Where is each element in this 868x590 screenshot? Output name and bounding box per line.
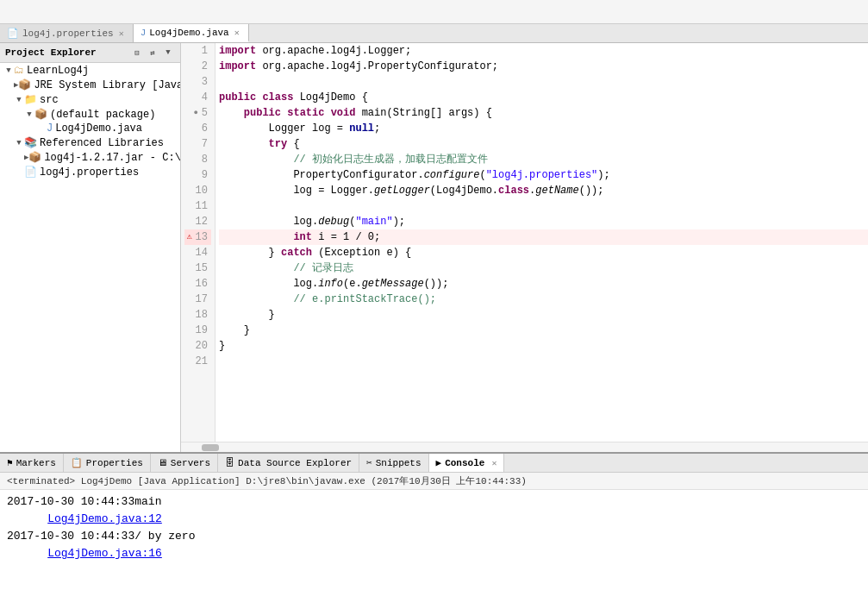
- line-num-17: 17: [184, 292, 211, 307]
- console-text-indent: [21, 547, 47, 560]
- tree-label: (default package): [50, 109, 155, 121]
- code-line-15: // 记录日志: [219, 260, 868, 276]
- jar-icon: 📦: [28, 151, 41, 164]
- code-line-8: // 初始化日志生成器，加载日志配置文件: [219, 152, 868, 167]
- console-link-2[interactable]: Log4jDemo.java:16: [47, 547, 162, 560]
- code-line-2: import org.apache.log4j.PropertyConfigur…: [219, 59, 868, 74]
- line-num-10: 10: [184, 183, 211, 198]
- tree-item-log4jdemo[interactable]: J Log4jDemo.java: [0, 122, 180, 135]
- line-num-5: ●5: [184, 105, 211, 121]
- tab-log4jdemo-java[interactable]: J Log4jDemo.java ✕: [134, 24, 249, 42]
- tab-label: log4j.properties: [22, 28, 114, 39]
- line-num-8: 8: [184, 152, 211, 167]
- code-line-4: public class Log4jDemo {: [219, 90, 868, 105]
- console-header: <terminated> Log4jDemo [Java Application…: [0, 473, 868, 490]
- code-text-area[interactable]: import org.apache.log4j.Logger; import o…: [215, 43, 868, 442]
- project-explorer-title: Project Explorer: [5, 47, 97, 58]
- code-line-10: log = Logger.getLogger(Log4jDemo.class.g…: [219, 183, 868, 198]
- code-line-13: int i = 1 / 0;: [219, 229, 868, 245]
- tab-label: Markers: [16, 458, 56, 468]
- view-menu-button[interactable]: ▼: [161, 46, 175, 60]
- line-num-2: 2: [184, 59, 211, 74]
- tab-console[interactable]: ▶ Console ✕: [429, 454, 505, 472]
- code-line-7: try {: [219, 136, 868, 152]
- tab-properties[interactable]: 📋 Properties: [64, 454, 151, 472]
- tree-item-ref-libs[interactable]: ▼ 📚 Referenced Libraries: [0, 135, 180, 150]
- console-text: 2017-10-30 10:44:33main: [7, 495, 161, 508]
- project-explorer-header: Project Explorer ⊟ ⇄ ▼: [0, 43, 180, 63]
- tab-label: Servers: [171, 458, 210, 468]
- tree-item-default-package[interactable]: ▼ 📦 (default package): [0, 107, 180, 122]
- line-num-16: 16: [184, 276, 211, 292]
- tab-snippets[interactable]: ✂ Snippets: [359, 454, 428, 472]
- hscroll-thumb[interactable]: [202, 444, 219, 451]
- console-header-text: <terminated> Log4jDemo [Java Application…: [7, 476, 527, 486]
- collapse-all-button[interactable]: ⊟: [130, 46, 144, 60]
- java-file-icon: J: [47, 122, 53, 135]
- line-num-11: 11: [184, 198, 211, 214]
- editor-hscrollbar[interactable]: [181, 442, 868, 452]
- line-num-7: 7: [184, 136, 211, 152]
- arrow-icon: ▼: [24, 110, 34, 119]
- console-line-1: 2017-10-30 10:44:33main: [7, 493, 861, 511]
- src-folder-icon: 📁: [24, 93, 37, 106]
- line-numbers-gutter: 1 2 3 4 ●5 6 7 8 9 10 11 12 ⚠13 14 15 16…: [181, 43, 215, 442]
- arrow-icon: ▼: [14, 96, 24, 104]
- tab-label: Data Source Explorer: [238, 458, 352, 468]
- console-icon: ▶: [436, 457, 442, 468]
- tab-log4j-properties[interactable]: 📄 log4j.properties ✕: [0, 24, 134, 42]
- line-num-1: 1: [184, 43, 211, 59]
- project-explorer-panel: Project Explorer ⊟ ⇄ ▼ ▼ 🗂 LearnLog4j ▶ …: [0, 43, 181, 452]
- tree-item-learnlog4j[interactable]: ▼ 🗂 LearnLog4j: [0, 63, 180, 78]
- arrow-icon: ▼: [3, 66, 14, 75]
- tree-item-jre[interactable]: ▶ 📦 JRE System Library [Java...: [0, 78, 180, 92]
- line-num-12: 12: [184, 214, 211, 229]
- code-line-5: public static void main(String[] args) {: [219, 105, 868, 121]
- tab-file-icon: 📄: [7, 28, 19, 39]
- tab-markers[interactable]: ⚑ Markers: [0, 454, 64, 472]
- tab-label: Snippets: [376, 458, 422, 468]
- project-icon: 🗂: [14, 64, 24, 77]
- console-body[interactable]: 2017-10-30 10:44:33main Log4jDemo.java:1…: [0, 490, 868, 590]
- tab-label: Properties: [86, 458, 143, 468]
- main-area: Project Explorer ⊟ ⇄ ▼ ▼ 🗂 LearnLog4j ▶ …: [0, 43, 868, 452]
- line-num-15: 15: [184, 260, 211, 276]
- code-content-area: 1 2 3 4 ●5 6 7 8 9 10 11 12 ⚠13 14 15 16…: [181, 43, 868, 442]
- tree-item-src[interactable]: ▼ 📁 src: [0, 92, 180, 107]
- tab-datasource[interactable]: 🗄 Data Source Explorer: [218, 454, 359, 472]
- line-num-14: 14: [184, 245, 211, 260]
- code-line-17: // e.printStackTrace();: [219, 292, 868, 307]
- line-num-20: 20: [184, 338, 211, 354]
- line-num-3: 3: [184, 74, 211, 90]
- tab-servers[interactable]: 🖥 Servers: [151, 454, 218, 472]
- line-num-4: 4: [184, 90, 211, 105]
- arrow-icon: ▼: [14, 139, 24, 148]
- console-line-2: Log4jDemo.java:12: [7, 511, 861, 528]
- code-line-12: log.debug("main");: [219, 214, 868, 229]
- tree-item-log4jprops[interactable]: 📄 log4j.properties: [0, 165, 180, 179]
- code-line-6: Logger log = null;: [219, 121, 868, 136]
- bottom-panel: ⚑ Markers 📋 Properties 🖥 Servers 🗄 Data …: [0, 452, 868, 590]
- tree-label: Referenced Libraries: [40, 137, 164, 149]
- line-num-13: ⚠13: [184, 229, 211, 245]
- tab-close-java[interactable]: ✕: [233, 28, 241, 38]
- tab-java-icon: J: [141, 28, 147, 38]
- ref-libs-icon: 📚: [24, 136, 37, 149]
- link-editor-button[interactable]: ⇄: [146, 46, 159, 60]
- console-link-1[interactable]: Log4jDemo.java:12: [47, 512, 162, 525]
- tab-close-properties[interactable]: ✕: [117, 28, 126, 39]
- snippets-icon: ✂: [366, 457, 372, 468]
- tree-item-log4jjar[interactable]: ▶ 📦 log4j-1.2.17.jar - C:\...: [0, 150, 180, 165]
- datasource-icon: 🗄: [225, 457, 234, 468]
- console-line-4: Log4jDemo.java:16: [7, 545, 861, 562]
- code-line-11: [219, 198, 868, 214]
- code-line-19: }: [219, 323, 868, 338]
- code-line-21: [219, 354, 868, 369]
- code-line-14: } catch (Exception e) {: [219, 245, 868, 260]
- properties-icon: 📋: [71, 457, 83, 468]
- console-tab-close[interactable]: ✕: [491, 458, 496, 468]
- editor-tab-bar: 📄 log4j.properties ✕ J Log4jDemo.java ✕: [0, 24, 868, 43]
- code-editor: 1 2 3 4 ●5 6 7 8 9 10 11 12 ⚠13 14 15 16…: [181, 43, 868, 452]
- code-line-16: log.info(e.getMessage());: [219, 276, 868, 292]
- line-num-21: 21: [184, 354, 211, 369]
